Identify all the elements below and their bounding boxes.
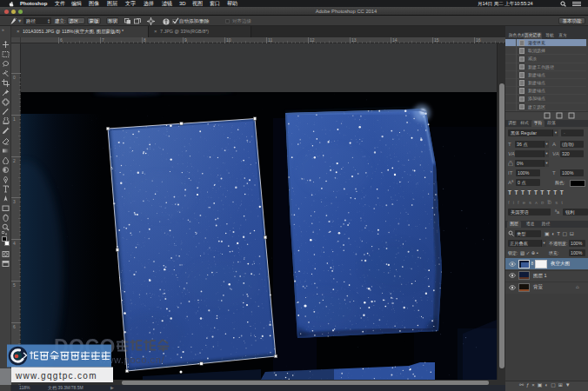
svg-text:www.gqgtpc.com: www.gqgtpc.com bbox=[15, 371, 97, 381]
